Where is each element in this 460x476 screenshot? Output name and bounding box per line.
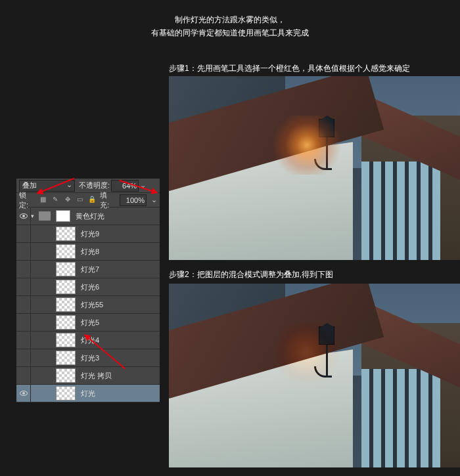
layer-group-row[interactable]: ▾ 黄色灯光: [16, 207, 160, 225]
blend-mode-value: 叠加: [22, 181, 37, 190]
layer-row[interactable]: 灯光7: [16, 261, 160, 278]
layer-thumbnail: [56, 244, 76, 259]
layer-row[interactable]: 灯光3: [16, 349, 160, 367]
layer-thumbnail: [56, 386, 76, 400]
layer-name: 灯光55: [81, 300, 103, 310]
visibility-toggle[interactable]: [16, 261, 31, 278]
layer-thumbnail: [56, 262, 76, 276]
visibility-toggle[interactable]: [16, 349, 31, 366]
intro-line2: 有基础的同学肯定都知道使用画笔工具来完成: [0, 26, 460, 39]
eye-icon: [20, 213, 28, 219]
layer-row[interactable]: 灯光 拷贝: [16, 367, 160, 385]
layer-name: 灯光: [81, 389, 95, 399]
layer-name: 灯光7: [81, 265, 99, 274]
visibility-toggle[interactable]: [16, 385, 31, 402]
chevron-down-icon[interactable]: ⌄: [151, 196, 157, 204]
lock-transparency-icon[interactable]: ▦: [39, 196, 48, 205]
layer-name: 灯光8: [81, 247, 99, 257]
opacity-label: 不透明度:: [79, 181, 110, 190]
preview-image-1: [169, 76, 460, 260]
layer-thumbnail: [56, 351, 76, 365]
layer-name: 灯光9: [81, 229, 99, 239]
lock-brush-icon[interactable]: ✎: [51, 196, 60, 205]
visibility-toggle[interactable]: [16, 296, 31, 313]
intro-line1: 制作灯光的方法跟水雾的类似，: [0, 13, 460, 26]
layers-panel: 叠加 不透明度: 64% ⌄ 锁定: ▦ ✎ ✥ ▭ 🔒 填充: 100% ⌄ …: [16, 179, 160, 402]
layer-name: 灯光3: [81, 353, 99, 363]
layer-row[interactable]: 灯光8: [16, 243, 160, 261]
layer-row[interactable]: 灯光5: [16, 314, 160, 332]
visibility-toggle[interactable]: [16, 207, 31, 225]
layer-thumbnail: [56, 227, 76, 241]
mask-thumb: [56, 210, 70, 222]
step1-text: 步骤1：先用画笔工具选择一个橙红色，具体色值根据个人感觉来确定: [169, 63, 410, 74]
visibility-toggle[interactable]: [16, 314, 31, 331]
layer-row-selected[interactable]: 灯光: [16, 385, 160, 402]
lock-artboard-icon[interactable]: ▭: [76, 196, 85, 205]
lock-move-icon[interactable]: ✥: [63, 196, 72, 205]
streetlamp-icon: [313, 326, 340, 392]
preview-image-2: [169, 284, 460, 467]
layer-row[interactable]: 灯光6: [16, 278, 160, 296]
streetlamp-icon: [313, 119, 340, 184]
layer-name: 灯光6: [81, 282, 99, 292]
layer-thumbnail: [56, 297, 76, 312]
eye-icon: [20, 391, 28, 396]
layer-name: 灯光5: [81, 318, 99, 328]
layer-row[interactable]: 灯光9: [16, 225, 160, 243]
step2-text: 步骤2：把图层的混合模式调整为叠加,得到下图: [169, 269, 333, 280]
fill-input[interactable]: 100%: [120, 194, 147, 206]
lock-label: 锁定:: [19, 190, 35, 210]
visibility-toggle[interactable]: [16, 278, 31, 295]
visibility-toggle[interactable]: [16, 243, 31, 260]
lock-all-icon[interactable]: 🔒: [87, 196, 97, 205]
layer-thumbnail: [56, 280, 76, 294]
visibility-toggle[interactable]: [16, 367, 31, 384]
layer-row[interactable]: 灯光55: [16, 296, 160, 314]
intro-text: 制作灯光的方法跟水雾的类似， 有基础的同学肯定都知道使用画笔工具来完成: [0, 0, 460, 39]
folder-icon: [39, 211, 51, 221]
visibility-toggle[interactable]: [16, 332, 31, 349]
layer-thumbnail: [56, 368, 76, 383]
layer-name: 灯光 拷贝: [81, 371, 112, 381]
visibility-toggle[interactable]: [16, 225, 31, 242]
layer-thumbnail: [56, 315, 76, 330]
layer-thumbnail: [56, 333, 76, 347]
group-name: 黄色灯光: [76, 211, 104, 221]
expand-caret-icon[interactable]: ▾: [31, 213, 34, 219]
fill-label: 填充:: [100, 190, 116, 210]
